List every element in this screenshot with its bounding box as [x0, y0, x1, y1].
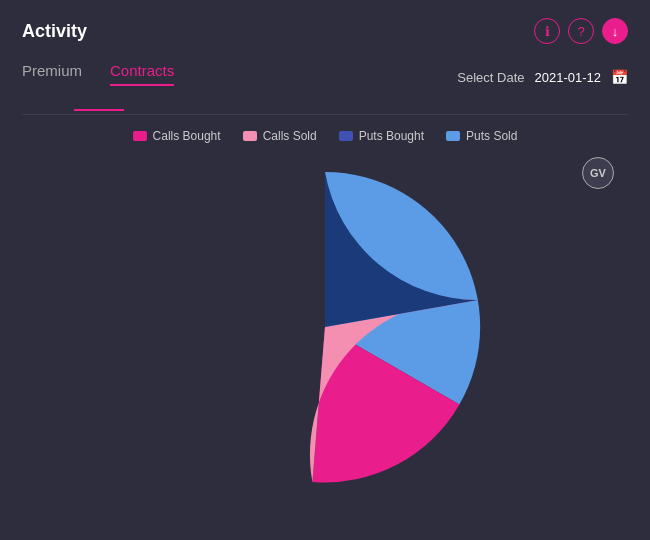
legend-label-calls-bought: Calls Bought [153, 129, 221, 143]
legend-item-puts-bought: Puts Bought [339, 129, 424, 143]
page-title: Activity [22, 21, 87, 42]
tab-premium[interactable]: Premium [22, 62, 82, 85]
pie-chart [145, 157, 505, 497]
legend-label-puts-bought: Puts Bought [359, 129, 424, 143]
avatar-label: GV [590, 167, 606, 179]
legend-item-calls-sold: Calls Sold [243, 129, 317, 143]
legend-label-puts-sold: Puts Sold [466, 129, 517, 143]
legend-dot-calls-sold [243, 131, 257, 141]
legend-dot-puts-bought [339, 131, 353, 141]
info-button-2[interactable]: ? [568, 18, 594, 44]
legend: Calls Bought Calls Sold Puts Bought Puts… [22, 129, 628, 143]
legend-item-puts-sold: Puts Sold [446, 129, 517, 143]
download-button[interactable]: ↓ [602, 18, 628, 44]
tab-contracts[interactable]: Contracts [110, 62, 174, 85]
legend-dot-puts-sold [446, 131, 460, 141]
chart-area: GV [22, 157, 628, 497]
date-value: 2021-01-12 [535, 70, 602, 85]
tabs: Premium Contracts [22, 62, 174, 85]
avatar-badge: GV [582, 157, 614, 189]
main-container: Activity ℹ ? ↓ Premium Contracts Select … [0, 0, 650, 540]
info-button-1[interactable]: ℹ [534, 18, 560, 44]
date-label: Select Date [457, 70, 524, 85]
legend-dot-calls-bought [133, 131, 147, 141]
legend-label-calls-sold: Calls Sold [263, 129, 317, 143]
date-row: Select Date 2021-01-12 📅 [457, 69, 628, 85]
calendar-icon[interactable]: 📅 [611, 69, 628, 85]
header-icons: ℹ ? ↓ [534, 18, 628, 44]
legend-item-calls-bought: Calls Bought [133, 129, 221, 143]
header: Activity ℹ ? ↓ [22, 18, 628, 44]
